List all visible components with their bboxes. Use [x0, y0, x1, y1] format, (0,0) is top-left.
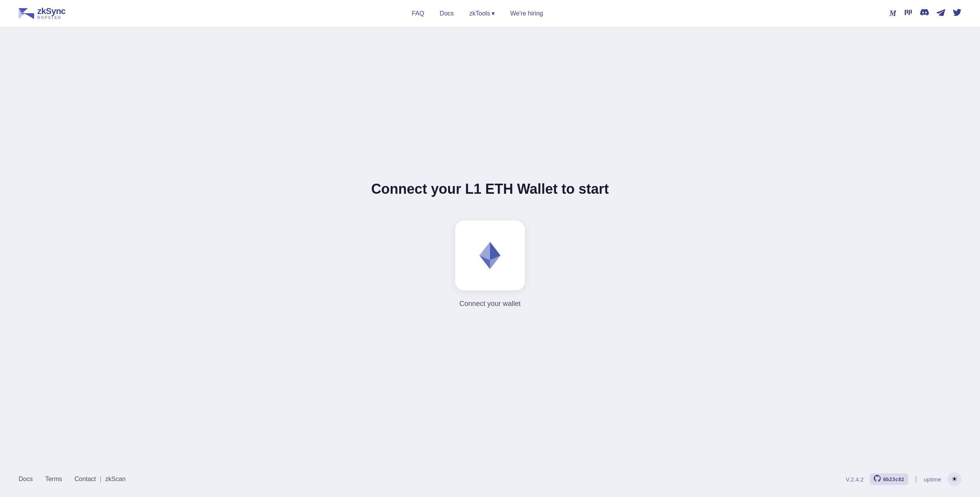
commit-hash: 6b23c82 [883, 476, 904, 482]
medium-icon: M [889, 9, 896, 18]
logo[interactable]: zkSync ROPSTEN [19, 7, 66, 20]
svg-rect-5 [907, 10, 908, 14]
theme-toggle-button[interactable]: ☀ [947, 472, 961, 486]
footer-contact-link[interactable]: Contact [74, 476, 96, 483]
svg-rect-7 [911, 10, 912, 14]
nav-docs[interactable]: Docs [440, 10, 454, 17]
footer: Docs Terms Contact | zkScan V.2.4.2 6b23… [0, 461, 980, 497]
commit-badge[interactable]: 6b23c82 [870, 473, 908, 485]
footer-docs-link[interactable]: Docs [19, 476, 33, 483]
main-content: Connect your L1 ETH Wallet to start Conn… [0, 27, 980, 461]
footer-pipe-2: | [915, 476, 917, 483]
logo-text: zkSync ROPSTEN [37, 7, 66, 20]
uptime-link[interactable]: uptime [924, 476, 941, 483]
svg-rect-4 [905, 10, 906, 15]
footer-zkscan-link[interactable]: zkScan [105, 476, 125, 483]
header: zkSync ROPSTEN FAQ Docs zkTools ▾ We're … [0, 0, 980, 27]
main-nav: FAQ Docs zkTools ▾ We're hiring [412, 10, 543, 17]
telegram-icon [937, 9, 945, 18]
medium-link[interactable]: M [889, 9, 896, 18]
nav-zktools[interactable]: zkTools ▾ [469, 10, 495, 17]
footer-links: Docs Terms Contact | zkScan [19, 476, 126, 483]
nav-hiring[interactable]: We're hiring [510, 10, 543, 17]
chevron-down-icon: ▾ [492, 10, 495, 17]
twitter-link[interactable] [953, 9, 961, 18]
logo-icon [19, 8, 34, 19]
ethereum-logo [473, 238, 507, 273]
version-label: V.2.4.2 [846, 476, 864, 483]
gitter-link[interactable] [904, 8, 912, 19]
svg-rect-6 [909, 10, 910, 15]
page-title: Connect your L1 ETH Wallet to start [371, 181, 609, 197]
connect-wallet-button[interactable] [455, 221, 525, 290]
twitter-icon [953, 9, 961, 18]
telegram-link[interactable] [937, 9, 945, 18]
footer-terms-link[interactable]: Terms [45, 476, 62, 483]
social-links: M [889, 8, 961, 19]
footer-version-info: V.2.4.2 6b23c82 | uptime ☀ [846, 472, 961, 486]
gitter-icon [904, 8, 912, 19]
github-icon [874, 475, 881, 483]
logo-network: ROPSTEN [37, 16, 66, 20]
logo-name: zkSync [37, 7, 66, 16]
wallet-label: Connect your wallet [459, 300, 521, 308]
sun-icon: ☀ [951, 475, 957, 483]
svg-marker-1 [25, 14, 34, 19]
nav-faq[interactable]: FAQ [412, 10, 424, 17]
discord-link[interactable] [920, 9, 929, 18]
discord-icon [920, 9, 929, 18]
footer-pipe: | [100, 476, 101, 483]
